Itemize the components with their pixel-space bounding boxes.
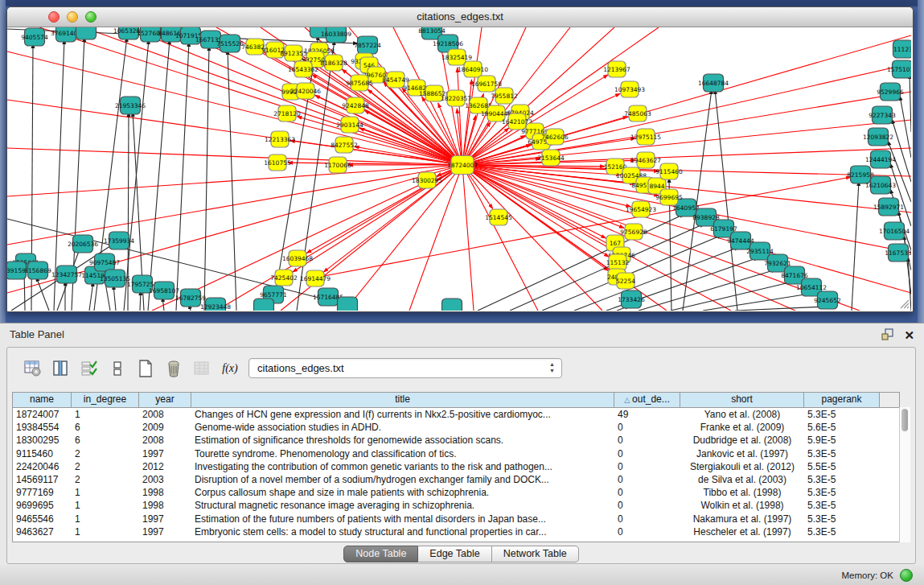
svg-text:7955812: 7955812 <box>491 93 518 100</box>
graph-node[interactable]: 18300295 <box>412 172 442 188</box>
graph-node[interactable]: 16914479 <box>300 270 331 286</box>
graph-node[interactable]: 15892971 <box>873 198 904 216</box>
graph-node[interactable]: 12213363 <box>265 131 295 147</box>
graph-node[interactable]: 12975115 <box>630 129 661 145</box>
modify-table-icon[interactable] <box>23 358 43 379</box>
table-cell: 9465546 <box>13 513 72 525</box>
table-cell: 0 <box>614 486 680 499</box>
graph-node[interactable]: 9756928 <box>620 224 647 240</box>
graph-node[interactable] <box>338 297 358 311</box>
table-row[interactable]: 2242004622012Investigating the contribut… <box>13 460 899 473</box>
svg-text:18640910: 18640910 <box>458 66 488 73</box>
table-cell: 5.3E-5 <box>804 447 880 460</box>
graph-node[interactable]: 9227343 <box>869 106 896 124</box>
table-row[interactable]: 1938455462009Genome-wide association stu… <box>13 421 899 434</box>
graph-node[interactable]: 115132 <box>606 254 630 270</box>
scrollbar-thumb[interactable] <box>901 409 908 431</box>
graph-node[interactable]: 2903144 <box>336 117 363 133</box>
graph-node[interactable]: 9245652 <box>814 291 841 309</box>
graph-node[interactable]: 7857224 <box>354 36 381 54</box>
graph-node[interactable]: 39159 <box>7 262 27 279</box>
svg-text:19654923: 19654923 <box>626 206 656 213</box>
column-header-name[interactable]: name <box>13 393 72 407</box>
close-panel-icon[interactable]: ✕ <box>904 328 914 343</box>
graph-node[interactable]: 1514545 <box>485 209 512 225</box>
graph-node[interactable]: 20206536 <box>68 235 98 253</box>
graph-node[interactable]: 1156869 <box>24 262 51 279</box>
window-titlebar[interactable]: citations_edges.txt <box>7 7 913 27</box>
graph-node[interactable]: 9405574 <box>21 28 48 46</box>
select-mode-icon[interactable] <box>80 358 99 379</box>
graph-edge <box>176 42 189 311</box>
graph-node[interactable]: 11123 <box>893 40 912 58</box>
table-row[interactable]: 946554611997Estimation of the future num… <box>13 513 899 525</box>
table-cell: 1 <box>72 513 139 525</box>
svg-text:52254: 52254 <box>616 278 635 285</box>
column-header-in-degree[interactable]: in_degree <box>72 393 139 407</box>
network-graph[interactable]: 9405574376914061065328715276028486160107… <box>7 27 911 311</box>
graph-node[interactable]: 16039468 <box>282 250 313 266</box>
graph-node[interactable]: 16033809 <box>321 27 351 43</box>
table-cell: de Silva et al. (2003) <box>680 473 804 486</box>
svg-text:7425402: 7425402 <box>270 274 298 282</box>
graph-node[interactable]: 18724007 <box>447 156 478 175</box>
import-table-icon[interactable] <box>192 358 211 379</box>
table-cell: 0 <box>614 525 680 538</box>
graph-node[interactable]: 10973493 <box>614 81 645 97</box>
graph-node[interactable]: 12444194 <box>865 150 896 168</box>
graph-edge <box>462 165 731 311</box>
table-row[interactable]: 1830029562008Estimation of significance … <box>13 434 899 447</box>
tab-node-table[interactable]: Node Table <box>343 546 418 562</box>
column-header-year[interactable]: year <box>139 393 191 407</box>
table-select[interactable]: citations_edges.txt ▲▼ <box>248 358 562 378</box>
graph-node[interactable]: 7485063 <box>624 105 651 122</box>
graph-node[interactable] <box>442 299 462 311</box>
fx-icon[interactable]: f(x) <box>220 358 240 379</box>
graph-node[interactable]: 1167533 <box>885 244 911 262</box>
column-header-title[interactable]: title <box>191 393 614 407</box>
delete-table-icon[interactable] <box>164 358 183 379</box>
table-row[interactable]: 1456911722003Disruption of a novel membe… <box>13 473 899 486</box>
tab-edge-table[interactable]: Edge Table <box>418 546 491 562</box>
table-row[interactable]: 977716911998Corpus callosum shape and si… <box>13 486 899 499</box>
table-row[interactable]: 1872400712008Changes of HCN gene express… <box>13 408 899 421</box>
graph-node[interactable]: 1733426 <box>618 290 645 308</box>
table-scrollbar[interactable] <box>899 407 910 542</box>
graph-node[interactable]: 8427552 <box>331 137 358 153</box>
graph-node[interactable]: 19463627 <box>630 152 661 168</box>
new-table-icon[interactable] <box>136 358 155 379</box>
graph-node[interactable]: 1610755 <box>264 154 291 171</box>
table-row[interactable]: 969969511998Structural magnetic resonanc… <box>13 499 899 512</box>
graph-node[interactable] <box>76 27 97 39</box>
graph-node[interactable]: 7515526 <box>216 35 244 52</box>
network-canvas[interactable]: 9405574376914061065328715276028486160107… <box>7 27 911 311</box>
graph-node[interactable] <box>254 299 274 311</box>
table-row[interactable]: 911546021997Tourette syndrome. Phenomeno… <box>13 447 899 460</box>
table-cell: Corpus callosum shape and size in male p… <box>191 486 614 499</box>
float-panel-icon[interactable] <box>881 328 894 344</box>
graph-node[interactable]: 15751074 <box>887 60 911 78</box>
table-cell: 0 <box>614 447 680 460</box>
svg-text:1514545: 1514545 <box>485 214 512 221</box>
table-cell: 9699695 <box>13 499 72 512</box>
column-header-out-de-[interactable]: △out_de... <box>614 393 680 407</box>
graph-node[interactable]: 17016504 <box>879 222 910 240</box>
column-header-pagerank[interactable]: pagerank <box>804 393 880 407</box>
svg-text:2718120: 2718120 <box>273 110 301 117</box>
graph-node[interactable]: 9529966 <box>877 83 904 101</box>
show-column-icon[interactable] <box>51 358 71 379</box>
svg-text:18300295: 18300295 <box>412 177 442 184</box>
table-cell: 5.3E-5 <box>804 408 880 421</box>
graph-node[interactable]: 52254 <box>616 273 635 289</box>
tab-network-table[interactable]: Network Table <box>492 546 579 562</box>
graph-node[interactable]: 1170066 <box>324 157 351 173</box>
column-header-short[interactable]: short <box>680 393 804 407</box>
resize-grip[interactable] <box>898 298 910 309</box>
table-row[interactable]: 946362711997Embryonic stem cells: a mode… <box>13 525 899 538</box>
graph-node[interactable]: 12342757 <box>51 266 82 283</box>
graph-node[interactable]: 9115460 <box>655 163 683 179</box>
hide-rows-icon[interactable] <box>108 358 127 379</box>
graph-edge <box>852 181 859 311</box>
network-window: citations_edges.txt 94055743769140610653… <box>6 6 914 312</box>
memory-ok-indicator <box>900 569 913 582</box>
